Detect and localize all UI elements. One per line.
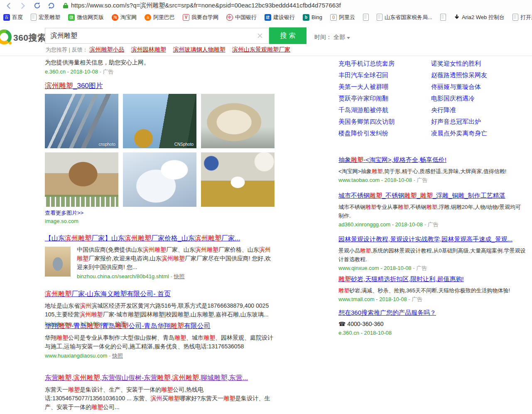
bookmark-ccb[interactable]: 建建设银行 xyxy=(265,14,295,21)
bookmark-taobao[interactable]: 淘淘宝网 xyxy=(112,14,137,21)
result-title-link[interactable]: 华翔雕塑-青岛雕塑|青岛雕塑公司-青岛华翔雕塑有限公司 xyxy=(45,322,211,330)
result-thumbnail[interactable] xyxy=(45,247,71,277)
search-box xyxy=(45,28,269,44)
baidu-icon: 百 xyxy=(3,14,10,21)
ad-title-link[interactable]: 抽象雕塑-<淘宝网>,规格齐全,畅享低价! xyxy=(338,155,446,164)
ssl-lock-icon xyxy=(63,2,68,9)
suggestions-label: 为您推荐 | 反馈： xyxy=(46,47,88,53)
result-image-6[interactable] xyxy=(201,152,275,207)
ad-snippet: 景观小品雕塑,系统的园林景观设计教程,从0基础到高级,大量高端案例.学景观设计首… xyxy=(338,246,526,264)
suggestion-link[interactable]: 滨州玻璃钢人物雕塑 xyxy=(173,46,225,53)
reload-icon[interactable] xyxy=(47,1,56,10)
result-snippet: 地址是山东省滨州滨城区经济开发区黄河六路516号,联系方式是1876663887… xyxy=(45,301,275,319)
news-link[interactable]: 丰田汽车全球召回 xyxy=(338,71,431,83)
bookmark-boc[interactable]: 中中国银行 xyxy=(226,14,257,21)
suggestion-link[interactable]: 滨州园林雕塑 xyxy=(131,46,166,53)
ccb-icon: 建 xyxy=(265,14,271,21)
bookmark-wechat[interactable]: 微微信网页版 xyxy=(68,14,104,21)
promo-phone-line: ☎ 4000-360-360 xyxy=(338,321,526,327)
bookmark-hongjing[interactable]: 宏景雕塑 xyxy=(31,14,60,21)
bank-of-china-icon: 中 xyxy=(226,14,233,21)
ad-snippet: 为您提供海量相关信息，助您安心上网。 xyxy=(45,58,275,66)
search-header: 360搜索 搜索 时间： 全部 为您推荐 | 反馈： 滨州雕塑小品 滨州园林雕塑… xyxy=(0,23,532,56)
news-link[interactable]: 千岛湖游船被停航 xyxy=(338,106,431,118)
bookmark-51zxw[interactable]: V我要自学网 xyxy=(183,14,218,21)
ad-title-link[interactable]: 雕塑砂岩,天猫精选折扣区,限时让利,超值惠购! xyxy=(338,274,464,283)
news-link[interactable]: 美第一夫人被群嘲 xyxy=(338,83,431,95)
promo-source-line: e.360.cn - 2018-10-08 xyxy=(338,330,526,336)
ad-source-line: ad360.xinronggg.com - 2018-10-08 - 广告 xyxy=(338,221,526,228)
search-input[interactable] xyxy=(51,28,250,43)
forward-icon[interactable] xyxy=(18,1,27,10)
page-icon xyxy=(31,14,37,21)
watermark: cnsphoto xyxy=(98,142,115,147)
360-logo-text[interactable]: 360搜索 xyxy=(13,32,47,44)
ad-title-link[interactable]: 园林景观设计教程,景观设计实战教学,园林景观高手速成_景观... xyxy=(338,235,512,243)
result-title-link[interactable]: 东营雕塑,滨州雕塑,东营假山假树-东营雕塑,滨州雕塑,聊城雕塑,东营... xyxy=(45,374,248,382)
ad-snippet: 雕塑砂岩,满减、秒杀、抢购,365天不间断,天猫给你极致的生活购物体验! xyxy=(338,286,526,295)
news-link[interactable]: 贾跃亭许家印闹翻 xyxy=(338,95,431,106)
more-images-link[interactable]: 查看更多图片>> xyxy=(45,209,83,217)
bookmark-alibaba[interactable]: a阿里巴巴 xyxy=(145,14,175,21)
bookmark-shandong-tax[interactable]: 山东省国家税务局... xyxy=(377,14,432,21)
refresh-icon[interactable] xyxy=(32,1,42,10)
taobao-icon: 淘 xyxy=(112,14,118,21)
result-title-link[interactable]: 滨州雕塑厂家-山东海义雕塑有限公司- 首页 xyxy=(45,290,171,298)
result-snippet: 中国供应商(免费提供山东滨州雕塑厂家、山东滨州雕塑厂家价格、山东滨州雕塑厂家报价… xyxy=(77,245,275,272)
news-link[interactable]: 佟丽娅与董璇合体 xyxy=(431,83,526,95)
ad-snippet: 城市不锈钢雕塑专业从事雕塑,不锈钢雕塑,浮雕,铜雕20年,人物/动物/景观均可制… xyxy=(338,203,526,220)
search-button[interactable]: 搜索 xyxy=(269,27,306,44)
news-link[interactable]: 央行降准 xyxy=(431,106,526,118)
result-image-5[interactable] xyxy=(123,152,196,207)
bookmark-aria2[interactable]: Aria2 Web 控制台 xyxy=(454,14,505,21)
result-source-line: binzhou.china.cn/search/80b41g.shtml - 快… xyxy=(77,273,275,280)
phone-icon: ☎ xyxy=(338,321,346,327)
news-link[interactable]: 电影国庆档遇冷 xyxy=(431,95,526,106)
news-link[interactable]: 诺奖迎女性的胜利 xyxy=(431,60,526,71)
clear-icon[interactable] xyxy=(256,32,264,41)
result-image-4[interactable] xyxy=(45,152,118,207)
address-bar[interactable]: https://www.so.com/s?q=滨州雕塑&src=srp&fr=n… xyxy=(71,2,341,10)
result-image-2[interactable]: CNSphoto xyxy=(123,94,196,148)
suggestion-link[interactable]: 滨州雕塑小品 xyxy=(89,46,124,53)
bookmark-untitled-1[interactable] xyxy=(363,14,369,21)
page-icon xyxy=(363,14,369,21)
suggestion-link[interactable]: 滨州山东景观雕塑厂家 xyxy=(232,46,290,53)
news-link[interactable]: 好声音总冠军出炉 xyxy=(431,118,526,130)
bookmark-bing[interactable]: bBing xyxy=(303,14,322,21)
result-title-link[interactable]: 【山东滨州雕塑厂家】山东滨州雕塑厂家价格_山东滨州雕塑厂家... xyxy=(45,234,240,243)
time-filter-value: 全部 xyxy=(333,34,345,41)
result-image-3[interactable] xyxy=(201,94,275,148)
bookmark-aliyun[interactable]: ()阿里云 xyxy=(330,14,355,21)
bing-icon: b xyxy=(303,14,309,21)
news-link[interactable]: 赵薇路透照惊呆网友 xyxy=(431,71,526,83)
news-link[interactable]: 美国务卿第四次访朝 xyxy=(338,118,431,130)
aliyun-icon: () xyxy=(330,14,337,21)
images-block-title-link[interactable]: 滨州雕塑_360图片 xyxy=(45,82,103,90)
images-section-title: 滨州雕塑_360图片 xyxy=(45,81,275,91)
news-link[interactable]: 凌晨点外卖离奇身亡 xyxy=(431,130,526,141)
page-icon xyxy=(440,14,446,21)
news-link[interactable]: 充电手机订总统套房 xyxy=(338,60,431,71)
ad-block: 雕塑砂岩,天猫精选折扣区,限时让利,超值惠购! 雕塑砂岩,满减、秒杀、抢购,36… xyxy=(338,274,526,303)
time-filter-label: 时间： xyxy=(314,34,332,41)
result-image-1[interactable]: cnsphoto xyxy=(45,94,118,148)
news-link[interactable]: 楼盘降价引发纠纷 xyxy=(338,130,431,141)
ad-source-line: e.360.cn - 2018-10-08 - 广告 xyxy=(45,68,275,76)
ad-block: 抽象雕塑-<淘宝网>,规格齐全,畅享低价! <淘宝网>抽象雕塑,简于形,精于心,… xyxy=(338,155,526,184)
phone-number: 4000-360-360 xyxy=(347,321,383,327)
bookmarks-bar: 百百度 宏景雕塑 微微信网页版 淘淘宝网 a阿里巴巴 V我要自学网 中中国银行 … xyxy=(0,11,532,24)
promo-title-link[interactable]: 想在360搜索推广您的产品服务吗？ xyxy=(338,309,436,316)
ad-title-link[interactable]: 城市不锈钢雕塑_不锈钢雕塑_雕塑_浮雕_铜雕_制作工艺精湛 xyxy=(338,191,505,200)
browser-toolbar: https://www.so.com/s?q=滨州雕塑&src=srp&fr=n… xyxy=(0,0,532,11)
bookmark-baidu[interactable]: 百百度 xyxy=(3,14,23,21)
search-result: 【山东滨州雕塑厂家】山东滨州雕塑厂家价格_山东滨州雕塑厂家... 中国供应商(免… xyxy=(45,234,275,280)
chevron-down-icon xyxy=(347,37,350,39)
image-grid: cnsphoto CNSphoto xyxy=(45,94,275,207)
bookmark-untitled-2[interactable] xyxy=(440,14,446,21)
download-arrow-icon xyxy=(454,14,460,20)
back-icon[interactable] xyxy=(4,1,13,10)
time-filter-dropdown[interactable]: 时间： 全部 xyxy=(314,34,350,41)
result-snippet: 华翔雕塑公司是专业从事制作:大型假山假树、青岛雕塑、城市雕塑、园林景观、庭院设计… xyxy=(45,333,275,351)
bookmark-newtab[interactable]: 打开新的标签页 xyxy=(512,14,532,21)
